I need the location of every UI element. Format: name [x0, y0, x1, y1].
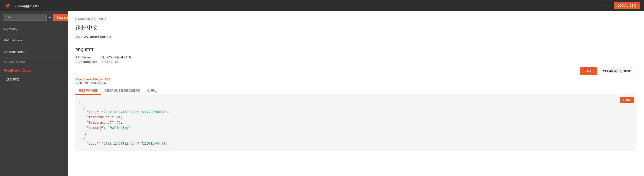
tag-row: Core Api Test [75, 17, 636, 21]
clear-response-button[interactable]: CLEAR RESPONSE [599, 68, 635, 74]
json-obj-open-1: { [79, 105, 85, 109]
meta-api-server-label: API Server [75, 55, 99, 59]
request-section-title: REQUEST [75, 44, 636, 52]
sidebar-group-weatherforecast[interactable]: WeatherForecast [0, 66, 68, 75]
json-obj-close-1: }, [79, 131, 87, 135]
page-title: 这是中文 [75, 24, 636, 32]
meta-auth-label: Authentication [75, 60, 99, 64]
meta-auth-row: Authentication Not Required [75, 60, 636, 64]
try-button[interactable]: TRY [580, 67, 597, 75]
response-panel: [ { "date": "2021-12-17T22:42:47.7227033… [75, 95, 636, 151]
response-status-row: Response Status: 200 Took 175 millisecon… [75, 77, 636, 85]
app-logo-icon [4, 2, 11, 9]
tab-curl[interactable]: CURL [144, 87, 160, 95]
response-wrapper: [ { "date": "2021-12-17T22:42:47.7227033… [75, 95, 636, 151]
tag-test: Test [94, 17, 106, 21]
response-time: Took 175 milliseconds [75, 81, 636, 85]
json-date-key-1: "date": "2021-12-17T22:42:47.7227033+08:… [79, 110, 169, 114]
sidebar-search-row: ↵ Search [0, 11, 68, 23]
meta-api-server-value: https://localhost:7110 [101, 55, 131, 59]
local-json-button[interactable]: LOCAL JSO [614, 2, 640, 9]
json-obj-open-2: { [79, 137, 85, 140]
topbar: v1/swagger.json ↔ LOCAL JSO [0, 0, 644, 11]
meta-auth-value: Not Required [101, 60, 120, 64]
tab-response[interactable]: RESPONSE [75, 87, 101, 95]
response-status: Response Status: 200 [75, 77, 636, 81]
json-date-key-2: "date": "2021-12-18T22:42:47.7229831+08:… [79, 142, 169, 146]
filter-input[interactable] [3, 14, 47, 21]
copy-button[interactable]: Copy [620, 97, 634, 103]
sidebar-item-overview[interactable]: Overview [0, 23, 68, 35]
json-tempf-key-1: "temperatureF": 75, [79, 121, 123, 125]
sidebar-item-authentication[interactable]: Authentication [0, 46, 68, 58]
sidebar: ↵ Search Overview API Servers Authentica… [0, 11, 68, 176]
main-layout: ↵ Search Overview API Servers Authentica… [0, 11, 644, 176]
tabs-row: RESPONSE RESPONSE HEADERS CURL [75, 87, 636, 95]
tab-response-headers[interactable]: RESPONSE HEADERS [101, 87, 144, 95]
endpoint-path: /WeatherForecast [84, 35, 111, 39]
request-meta: API Server https://localhost:7110 Authen… [75, 55, 636, 64]
enter-icon: ↵ [48, 15, 51, 19]
meta-api-server-row: API Server https://localhost:7110 [75, 55, 636, 59]
json-summary-key-1: "summary": "Sweltering" [79, 126, 130, 130]
tag-core-api: Core Api [75, 17, 93, 21]
endpoint-row: GET /WeatherForecast [75, 35, 636, 39]
json-tempc-key-1: "temperatureC": 24, [79, 116, 123, 119]
json-open-bracket: [ [79, 100, 81, 103]
sidebar-item-api-servers[interactable]: API Servers [0, 35, 68, 46]
sidebar-sub-item-chinese[interactable]: 这是中文 [0, 75, 68, 84]
http-method: GET [75, 35, 82, 39]
search-button[interactable]: Search [53, 14, 68, 21]
topbar-file: v1/swagger.json [15, 4, 601, 8]
operations-label: OPERATIONS [0, 58, 68, 66]
action-buttons-row: TRY CLEAR RESPONSE [75, 67, 636, 75]
topbar-arrow-icon: ↔ [604, 3, 608, 8]
main-content: Core Api Test 这是中文 GET /WeatherForecast … [68, 11, 644, 176]
